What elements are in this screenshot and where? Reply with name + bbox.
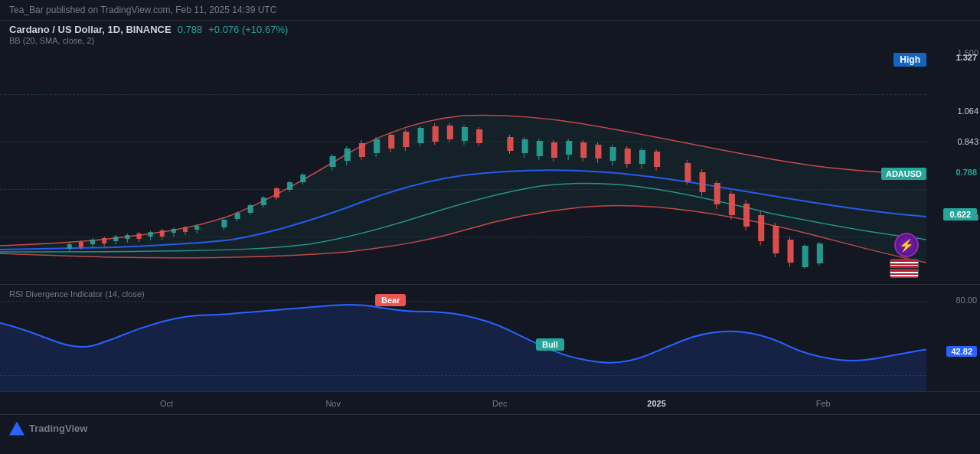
tradingview-logo: TradingView: [9, 422, 87, 436]
svg-rect-5: [90, 240, 95, 244]
svg-rect-77: [625, 149, 631, 164]
bb-label: BB (20, SMA, close, 2): [9, 36, 971, 45]
chart-title: Cardano / US Dollar, 1D, BINANCE 0.788 +…: [9, 24, 971, 35]
svg-rect-27: [235, 213, 240, 219]
svg-rect-83: [684, 163, 691, 181]
svg-rect-13: [136, 234, 141, 239]
svg-rect-95: [773, 226, 779, 253]
svg-rect-35: [287, 182, 292, 190]
svg-rect-39: [330, 156, 336, 167]
adausd-value: 0.788: [956, 168, 977, 177]
price-display: 0.788: [178, 24, 203, 35]
price-change: +0.076 (+10.67%): [208, 24, 288, 35]
published-info: Tea_Bar published on TradingView.com, Fe…: [9, 5, 276, 15]
timeline-oct: Oct: [160, 399, 173, 408]
svg-rect-47: [388, 135, 394, 149]
svg-rect-53: [433, 126, 439, 142]
svg-rect-45: [374, 139, 380, 153]
timeline-nov: Nov: [325, 399, 341, 408]
svg-rect-91: [743, 204, 750, 227]
lightning-icon: ⚡: [894, 233, 919, 257]
bull-divergence-label: Bull: [536, 338, 564, 351]
svg-rect-89: [729, 194, 735, 215]
svg-rect-55: [447, 126, 453, 139]
high-value: 1.327: [956, 53, 977, 62]
price-chart-svg: [0, 47, 926, 284]
svg-rect-11: [125, 235, 129, 239]
svg-rect-23: [194, 226, 199, 230]
tv-logo-text: TradingView: [29, 423, 87, 434]
chart-info: Cardano / US Dollar, 1D, BINANCE 0.788 +…: [0, 21, 980, 47]
price-chart: 1.500 1.064 0.843 0.450 High 1.327 ADAUS…: [0, 47, 980, 284]
svg-rect-69: [566, 141, 572, 155]
svg-rect-15: [149, 232, 153, 237]
svg-rect-1: [67, 244, 72, 249]
bear-divergence-label: Bear: [375, 294, 406, 306]
svg-rect-51: [418, 128, 424, 143]
header-bar: Tea_Bar published on TradingView.com, Fe…: [0, 0, 980, 21]
svg-rect-37: [300, 175, 305, 182]
svg-rect-49: [403, 132, 409, 147]
price-label-1064: 1.064: [957, 106, 978, 116]
svg-rect-57: [462, 127, 468, 141]
rsi-level-80: 80.00: [956, 296, 977, 305]
timeline-2025: 2025: [647, 399, 665, 408]
svg-rect-71: [580, 142, 586, 158]
adausd-badge: ADAUSD: [881, 168, 926, 180]
svg-rect-21: [183, 227, 188, 232]
svg-rect-17: [160, 230, 165, 237]
svg-rect-43: [359, 143, 365, 157]
svg-rect-73: [595, 145, 601, 158]
svg-rect-61: [507, 137, 513, 151]
svg-rect-41: [345, 149, 351, 161]
svg-rect-59: [476, 129, 482, 143]
svg-rect-75: [610, 147, 616, 161]
rsi-label: RSI Divergence Indicator (14, close): [9, 289, 145, 299]
svg-rect-63: [522, 139, 528, 153]
svg-rect-7: [102, 238, 106, 243]
high-badge: High: [893, 53, 926, 67]
svg-rect-31: [261, 198, 266, 205]
svg-rect-99: [802, 246, 808, 267]
svg-rect-85: [700, 172, 706, 192]
low-price-badge: 0.622: [943, 208, 977, 220]
chart-container: Tea_Bar published on TradingView.com, Fe…: [0, 0, 980, 454]
svg-rect-29: [248, 205, 253, 213]
price-label-843: 0.843: [957, 137, 978, 146]
svg-rect-79: [639, 150, 645, 164]
svg-rect-93: [758, 215, 764, 241]
svg-rect-65: [537, 141, 543, 156]
bottom-bar: TradingView: [0, 414, 980, 442]
timeline: Oct Nov Dec 2025 Feb: [0, 391, 980, 414]
svg-rect-9: [113, 237, 118, 241]
svg-rect-101: [817, 243, 823, 263]
svg-rect-97: [788, 240, 794, 263]
svg-rect-3: [79, 242, 83, 247]
symbol-label: Cardano / US Dollar, 1D, BINANCE: [9, 24, 172, 35]
rsi-current-value: 42.82: [946, 346, 977, 357]
timeline-dec: Dec: [492, 399, 508, 408]
svg-rect-81: [654, 152, 660, 167]
svg-rect-19: [172, 229, 176, 233]
rsi-svg: [0, 285, 926, 391]
svg-rect-87: [714, 183, 720, 204]
flag-icon: [890, 259, 919, 278]
tv-icon: [9, 422, 24, 436]
svg-rect-25: [221, 220, 227, 227]
svg-rect-33: [274, 188, 279, 198]
rsi-chart: RSI Divergence Indicator (14, close) Bea…: [0, 284, 980, 391]
timeline-feb: Feb: [816, 399, 831, 408]
svg-rect-67: [551, 142, 557, 158]
